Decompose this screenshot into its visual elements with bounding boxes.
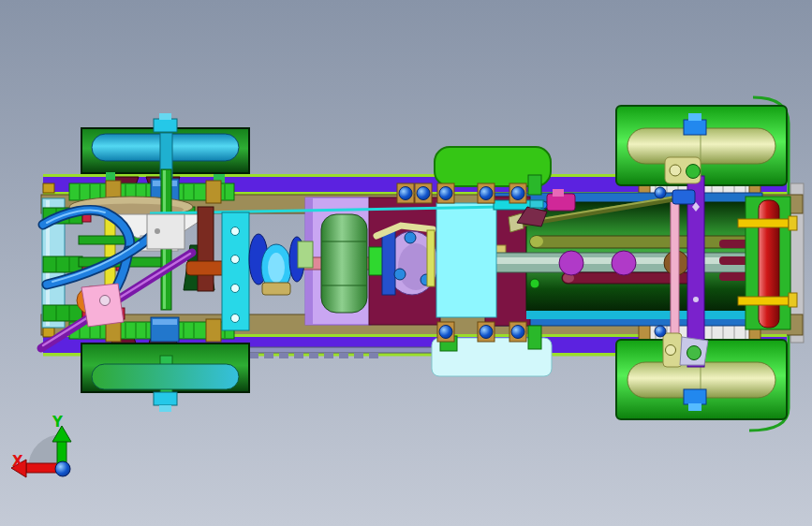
bearing-ball: [417, 187, 430, 200]
linkage-pin-green: [687, 346, 701, 360]
pto-rod-cap: [530, 236, 543, 247]
support-bar: [198, 207, 214, 291]
seat-pan: [436, 203, 496, 317]
shift-rod-block: [672, 190, 695, 204]
linkage-pin: [670, 165, 681, 176]
hex-bolt: [43, 256, 82, 272]
bracket-hole: [231, 256, 240, 264]
flywheel: [321, 214, 367, 313]
wheel-rt-nut-stem: [688, 113, 701, 121]
link-rod: [671, 197, 679, 343]
bearing-ball: [655, 187, 666, 198]
wheel-rb-nut: [684, 389, 706, 404]
cad-viewport[interactable]: X Y: [0, 0, 812, 526]
bearing-ball: [399, 187, 412, 200]
bearing-ball: [439, 326, 452, 339]
yellow-clip: [789, 293, 797, 307]
bearing-ball: [511, 187, 524, 200]
linkage-pin-green: [687, 165, 701, 179]
cad-canvas[interactable]: X Y: [0, 0, 812, 526]
linkage-pin: [666, 345, 676, 356]
axle-bracket: [206, 181, 221, 203]
clutch-bolt: [405, 232, 416, 243]
bearing-ball: [511, 326, 524, 339]
gold-bolt: [43, 328, 54, 337]
clutch-bar: [382, 231, 395, 295]
wheel-rt-nut: [684, 120, 706, 135]
wheel-fl-nut: [154, 119, 177, 132]
yellow-pin: [738, 297, 789, 305]
hex-bolt: [43, 305, 82, 321]
engine-cyan-band: [526, 311, 760, 319]
knuckle-hole: [100, 296, 111, 306]
bracket-hole: [231, 314, 240, 323]
gold-bolt: [43, 183, 54, 193]
lift-arm-hole: [693, 297, 699, 302]
axle-bracket: [206, 319, 221, 342]
bearing-ball: [480, 187, 493, 200]
gear-base: [262, 283, 290, 295]
bearing-ball: [655, 326, 666, 337]
mount-plate-hole: [155, 228, 160, 234]
lever-strip: [427, 230, 435, 286]
wheel-rb-nut-stem: [688, 403, 701, 411]
wheel-bl-nut-stem: [159, 405, 171, 412]
origin-sphere: [55, 461, 70, 476]
green-bit: [528, 326, 541, 349]
bearing-ball: [439, 187, 452, 200]
green-bit: [528, 175, 541, 195]
engine-port: [559, 251, 583, 275]
engine-port: [612, 251, 636, 275]
yellow-pin: [738, 219, 789, 227]
axis-y-label: Y: [52, 414, 64, 431]
shifter-link: [530, 200, 543, 208]
wheel-bl-tire: [92, 364, 239, 389]
axle-center-highlight: [153, 319, 177, 325]
green-bolt: [530, 279, 539, 288]
bracket-hole: [231, 227, 240, 236]
bearing-ball: [480, 326, 493, 339]
pale-green-block: [298, 241, 313, 268]
gear-cluster-inner: [268, 253, 285, 283]
yellow-clip: [789, 216, 797, 230]
mount-plate: [147, 214, 185, 249]
axis-x-label: X: [12, 453, 23, 470]
wheel-fl-nut-stem: [159, 113, 171, 120]
wheel-bl-nut: [154, 392, 177, 405]
chassis-model: [41, 97, 804, 431]
bracket-hole: [231, 285, 240, 293]
shifter-cap: [553, 189, 564, 197]
clutch-bolt: [394, 269, 406, 280]
gear-strip: [228, 347, 449, 353]
orientation-triad: X Y: [11, 414, 71, 477]
